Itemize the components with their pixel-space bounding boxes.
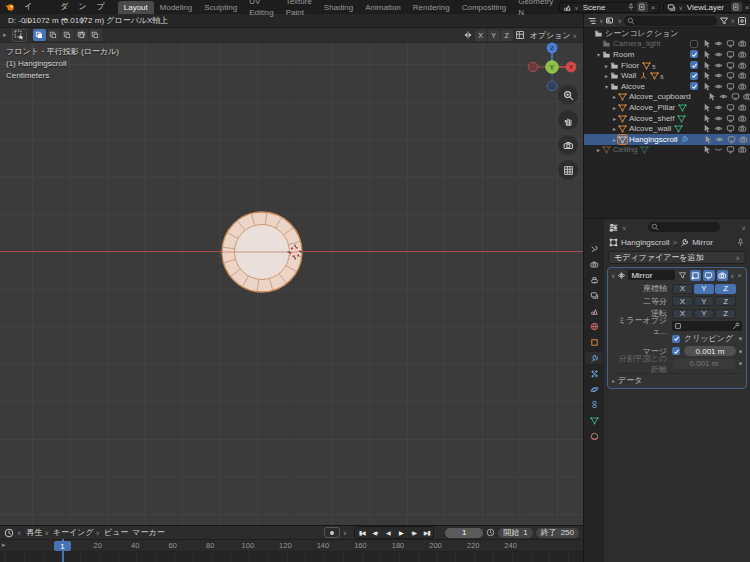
snap-icon[interactable]	[515, 30, 525, 40]
逆転-z-toggle[interactable]: Z	[715, 309, 736, 319]
camera-view-button[interactable]	[558, 135, 578, 155]
tab-sculpting[interactable]: Sculpting	[198, 1, 243, 14]
二等分-x-toggle[interactable]: X	[672, 296, 693, 306]
properties-editor-icon[interactable]	[608, 222, 619, 233]
tab-modeling[interactable]: Modeling	[154, 1, 198, 14]
play-button[interactable]: ▶	[394, 527, 407, 538]
selectable-toggle[interactable]	[700, 82, 712, 91]
tab-geometry-n[interactable]: Geometry N	[512, 0, 559, 19]
toolbar-expand-icon[interactable]: ▸	[3, 31, 7, 39]
hide-toggle[interactable]	[712, 82, 724, 91]
exclude-checkbox[interactable]	[690, 40, 698, 48]
outliner-row-Room[interactable]: ▾ Room	[584, 49, 750, 60]
hide-toggle[interactable]	[712, 114, 724, 123]
filter-icon[interactable]	[719, 16, 729, 26]
add-modifier-button[interactable]: モディファイアーを追加 ∨	[608, 251, 746, 264]
render-disable-toggle[interactable]	[742, 92, 750, 101]
display-mode-icon[interactable]	[587, 16, 597, 26]
outliner-row-Alcove_shelf[interactable]: ▸ Alcove_shelf	[584, 113, 750, 124]
region-expand-icon[interactable]: ▸	[2, 541, 6, 549]
view-layer-selector[interactable]: ∨ ViewLayer ×	[663, 2, 750, 13]
timeline-track[interactable]	[0, 552, 583, 562]
frame-start-field[interactable]: 開始 1	[498, 528, 532, 538]
properties-tab-object[interactable]	[585, 337, 603, 349]
menu-ヘルプ[interactable]: ヘルプ	[92, 0, 110, 42]
render-disable-toggle[interactable]	[736, 114, 748, 123]
expand-arrow[interactable]: ▸	[611, 104, 618, 111]
selectable-toggle[interactable]	[706, 92, 718, 101]
auto-keying-button[interactable]	[324, 527, 340, 538]
render-disable-toggle[interactable]	[736, 61, 748, 70]
outliner-row-シーンコレクション[interactable]: シーンコレクション	[584, 28, 750, 39]
逆転-x-toggle[interactable]: X	[672, 309, 693, 319]
animate-dot[interactable]	[739, 350, 742, 353]
hide-toggle[interactable]	[712, 124, 724, 133]
properties-tab-data[interactable]	[585, 415, 603, 427]
on-cage-toggle[interactable]	[677, 270, 688, 281]
timeline-menu-マーカー[interactable]: マーカー	[130, 527, 166, 538]
hide-toggle[interactable]	[712, 39, 724, 48]
timeline-editor-icon[interactable]	[4, 528, 14, 538]
animate-dot[interactable]	[739, 362, 742, 365]
mirror-axis-y-button[interactable]: Y	[488, 30, 500, 41]
pin-icon[interactable]	[627, 3, 635, 11]
prev-keyframe-button[interactable]: ◀▪	[368, 527, 381, 538]
toggle-perspective-button[interactable]	[558, 160, 578, 180]
filter-id-type-icon[interactable]	[605, 16, 615, 26]
properties-tab-tool[interactable]	[585, 243, 603, 255]
hide-toggle[interactable]	[712, 61, 724, 70]
hide-toggle[interactable]	[718, 92, 730, 101]
properties-tab-particles[interactable]	[585, 368, 603, 380]
eyedropper-icon[interactable]	[732, 322, 740, 330]
filter-options-icon[interactable]	[737, 16, 747, 26]
tab-uv-editing[interactable]: UV Editing	[243, 0, 279, 19]
menu-編集[interactable]: 編集	[37, 0, 55, 42]
mirror-object-field[interactable]	[672, 321, 742, 331]
properties-tab-material[interactable]	[585, 430, 603, 442]
current-frame-indicator[interactable]: 1	[54, 541, 71, 551]
selectable-toggle[interactable]	[700, 145, 712, 154]
pan-view-button[interactable]	[558, 110, 578, 130]
selectable-toggle[interactable]	[700, 50, 712, 59]
modifier-name-field[interactable]: Mirror	[628, 270, 674, 280]
render-display-toggle[interactable]	[717, 270, 728, 281]
properties-tab-modifiers[interactable]	[585, 352, 603, 364]
edit-mode-display-toggle[interactable]	[690, 270, 701, 281]
timeline-menu-キーイング[interactable]: キーイング∨	[51, 527, 102, 538]
jump-to-start-button[interactable]: ▮◀	[355, 527, 368, 538]
outliner-row-Ceiling[interactable]: ▸ Ceiling	[584, 145, 750, 156]
render-disable-toggle[interactable]	[736, 145, 748, 154]
remove-view-layer-button[interactable]: ×	[744, 3, 750, 12]
render-disable-toggle[interactable]	[737, 135, 749, 144]
selectable-toggle[interactable]	[700, 61, 712, 70]
menu-レンダー[interactable]: レンダー	[55, 0, 73, 42]
collapse-panel-icon[interactable]: ∨	[611, 272, 615, 279]
delete-modifier-button[interactable]: ×	[736, 271, 743, 280]
viewport-disable-toggle[interactable]	[724, 145, 736, 154]
selectable-toggle[interactable]	[700, 71, 712, 80]
menu-ウィンドウ[interactable]: ウィンドウ	[73, 0, 91, 42]
properties-tab-scene[interactable]	[585, 305, 603, 317]
tab-compositing[interactable]: Compositing	[456, 1, 512, 14]
data-subpanel-header[interactable]: ▸ データ	[612, 373, 742, 385]
outliner-row-Floor[interactable]: ▸ Floor 5	[584, 60, 750, 71]
merge-checkbox[interactable]	[672, 347, 680, 355]
expand-arrow[interactable]: ▸	[611, 93, 618, 100]
viewport-3d[interactable]: D: -0.01072 m (0.01072 m) グローバルX軸上 ▸	[0, 14, 583, 525]
breadcrumb-modifier[interactable]: Mirror	[692, 238, 713, 247]
viewport-disable-toggle[interactable]	[724, 39, 736, 48]
expand-arrow[interactable]: ▾	[595, 51, 602, 58]
exclude-checkbox[interactable]	[690, 82, 698, 90]
realtime-display-toggle[interactable]	[703, 270, 714, 281]
timeline-menu-ビュー[interactable]: ビュー	[102, 527, 130, 538]
expand-arrow[interactable]: ▾	[603, 83, 610, 90]
expand-arrow[interactable]: ▸	[611, 125, 618, 132]
viewport-disable-toggle[interactable]	[724, 71, 736, 80]
outliner-row-Hangingscroll[interactable]: ▸ Hangingscroll	[584, 134, 750, 145]
render-disable-toggle[interactable]	[736, 124, 748, 133]
new-scene-button[interactable]	[637, 2, 648, 12]
tab-animation[interactable]: Animation	[359, 1, 407, 14]
selectable-toggle[interactable]	[700, 39, 712, 48]
outliner-row-Camera_light[interactable]: Camera_light	[584, 39, 750, 50]
menu-ファイル[interactable]: ファイル	[19, 0, 37, 42]
